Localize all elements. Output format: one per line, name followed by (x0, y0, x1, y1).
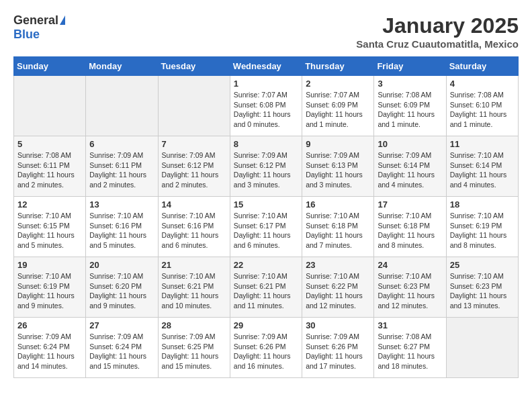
day-info: Sunrise: 7:08 AM Sunset: 6:27 PM Dayligh… (378, 332, 442, 371)
calendar-week-row: 5Sunrise: 7:08 AM Sunset: 6:11 PM Daylig… (14, 136, 519, 197)
day-number: 18 (450, 199, 515, 210)
calendar-cell: 20Sunrise: 7:10 AM Sunset: 6:20 PM Dayli… (86, 257, 158, 318)
day-number: 13 (89, 199, 154, 210)
weekday-header-saturday: Saturday (446, 57, 518, 76)
day-number: 16 (306, 199, 370, 210)
day-info: Sunrise: 7:10 AM Sunset: 6:19 PM Dayligh… (17, 271, 82, 311)
day-info: Sunrise: 7:09 AM Sunset: 6:26 PM Dayligh… (234, 332, 298, 371)
day-info: Sunrise: 7:10 AM Sunset: 6:23 PM Dayligh… (378, 271, 442, 311)
calendar-week-row: 19Sunrise: 7:10 AM Sunset: 6:19 PM Dayli… (14, 257, 519, 318)
day-number: 27 (89, 320, 154, 330)
day-number: 8 (234, 139, 298, 149)
logo: General Blue (13, 13, 65, 42)
calendar-subtitle: Santa Cruz Cuautomatitla, Mexico (356, 38, 519, 50)
day-number: 19 (17, 260, 82, 270)
day-number: 17 (378, 199, 442, 210)
day-number: 28 (162, 320, 226, 330)
calendar-cell: 21Sunrise: 7:10 AM Sunset: 6:21 PM Dayli… (158, 257, 230, 318)
day-info: Sunrise: 7:10 AM Sunset: 6:15 PM Dayligh… (17, 211, 82, 250)
calendar-week-row: 1Sunrise: 7:07 AM Sunset: 6:08 PM Daylig… (14, 76, 519, 136)
day-info: Sunrise: 7:10 AM Sunset: 6:23 PM Dayligh… (450, 271, 515, 311)
day-number: 23 (306, 260, 370, 270)
day-number: 26 (17, 320, 82, 330)
day-number: 11 (450, 139, 515, 149)
day-info: Sunrise: 7:10 AM Sunset: 6:21 PM Dayligh… (234, 271, 298, 311)
calendar-cell: 13Sunrise: 7:10 AM Sunset: 6:16 PM Dayli… (86, 197, 158, 257)
calendar-cell: 30Sunrise: 7:09 AM Sunset: 6:26 PM Dayli… (302, 318, 374, 378)
day-info: Sunrise: 7:10 AM Sunset: 6:14 PM Dayligh… (450, 150, 515, 190)
calendar-cell: 10Sunrise: 7:09 AM Sunset: 6:14 PM Dayli… (374, 136, 446, 197)
calendar-cell: 12Sunrise: 7:10 AM Sunset: 6:15 PM Dayli… (14, 197, 86, 257)
calendar-cell (158, 76, 230, 136)
calendar-cell: 22Sunrise: 7:10 AM Sunset: 6:21 PM Dayli… (230, 257, 302, 318)
day-number: 22 (234, 260, 298, 270)
calendar-cell: 27Sunrise: 7:09 AM Sunset: 6:24 PM Dayli… (86, 318, 158, 378)
day-number: 7 (162, 139, 226, 149)
calendar-cell (14, 76, 86, 136)
day-info: Sunrise: 7:07 AM Sunset: 6:09 PM Dayligh… (306, 90, 370, 130)
day-info: Sunrise: 7:09 AM Sunset: 6:12 PM Dayligh… (234, 150, 298, 190)
day-info: Sunrise: 7:10 AM Sunset: 6:18 PM Dayligh… (306, 211, 370, 250)
day-info: Sunrise: 7:08 AM Sunset: 6:11 PM Dayligh… (17, 150, 82, 190)
logo-general-text: General (13, 13, 58, 28)
day-number: 3 (378, 79, 442, 89)
calendar-cell: 5Sunrise: 7:08 AM Sunset: 6:11 PM Daylig… (14, 136, 86, 197)
day-info: Sunrise: 7:10 AM Sunset: 6:21 PM Dayligh… (162, 271, 226, 311)
logo-triangle-icon (60, 15, 65, 25)
weekday-header-wednesday: Wednesday (230, 57, 302, 76)
day-info: Sunrise: 7:10 AM Sunset: 6:22 PM Dayligh… (306, 271, 370, 311)
day-number: 6 (89, 139, 154, 149)
calendar-cell: 3Sunrise: 7:08 AM Sunset: 6:09 PM Daylig… (374, 76, 446, 136)
day-info: Sunrise: 7:10 AM Sunset: 6:19 PM Dayligh… (450, 211, 515, 250)
day-info: Sunrise: 7:10 AM Sunset: 6:18 PM Dayligh… (378, 211, 442, 250)
calendar-cell: 7Sunrise: 7:09 AM Sunset: 6:12 PM Daylig… (158, 136, 230, 197)
day-info: Sunrise: 7:09 AM Sunset: 6:24 PM Dayligh… (17, 332, 82, 371)
day-info: Sunrise: 7:09 AM Sunset: 6:26 PM Dayligh… (306, 332, 370, 371)
day-info: Sunrise: 7:10 AM Sunset: 6:16 PM Dayligh… (89, 211, 154, 250)
calendar-cell: 18Sunrise: 7:10 AM Sunset: 6:19 PM Dayli… (446, 197, 518, 257)
calendar-cell: 15Sunrise: 7:10 AM Sunset: 6:17 PM Dayli… (230, 197, 302, 257)
day-info: Sunrise: 7:07 AM Sunset: 6:08 PM Dayligh… (234, 90, 298, 130)
calendar-cell: 29Sunrise: 7:09 AM Sunset: 6:26 PM Dayli… (230, 318, 302, 378)
calendar-cell: 4Sunrise: 7:08 AM Sunset: 6:10 PM Daylig… (446, 76, 518, 136)
day-info: Sunrise: 7:09 AM Sunset: 6:25 PM Dayligh… (162, 332, 226, 371)
calendar-cell: 1Sunrise: 7:07 AM Sunset: 6:08 PM Daylig… (230, 76, 302, 136)
weekday-header-friday: Friday (374, 57, 446, 76)
calendar-cell: 17Sunrise: 7:10 AM Sunset: 6:18 PM Dayli… (374, 197, 446, 257)
calendar-cell: 28Sunrise: 7:09 AM Sunset: 6:25 PM Dayli… (158, 318, 230, 378)
weekday-header-monday: Monday (86, 57, 158, 76)
calendar-cell: 8Sunrise: 7:09 AM Sunset: 6:12 PM Daylig… (230, 136, 302, 197)
weekday-header-row: SundayMondayTuesdayWednesdayThursdayFrid… (14, 57, 519, 76)
day-number: 2 (306, 79, 370, 89)
calendar-cell: 23Sunrise: 7:10 AM Sunset: 6:22 PM Dayli… (302, 257, 374, 318)
day-number: 9 (306, 139, 370, 149)
calendar-cell: 31Sunrise: 7:08 AM Sunset: 6:27 PM Dayli… (374, 318, 446, 378)
calendar-cell (86, 76, 158, 136)
calendar-cell: 19Sunrise: 7:10 AM Sunset: 6:19 PM Dayli… (14, 257, 86, 318)
logo-blue-text: Blue (13, 28, 40, 42)
weekday-header-tuesday: Tuesday (158, 57, 230, 76)
calendar-cell: 25Sunrise: 7:10 AM Sunset: 6:23 PM Dayli… (446, 257, 518, 318)
weekday-header-thursday: Thursday (302, 57, 374, 76)
day-info: Sunrise: 7:10 AM Sunset: 6:20 PM Dayligh… (89, 271, 154, 311)
day-info: Sunrise: 7:08 AM Sunset: 6:09 PM Dayligh… (378, 90, 442, 130)
day-number: 31 (378, 320, 442, 330)
calendar-week-row: 26Sunrise: 7:09 AM Sunset: 6:24 PM Dayli… (14, 318, 519, 378)
calendar-title: January 2025 (356, 13, 519, 38)
day-number: 29 (234, 320, 298, 330)
day-number: 5 (17, 139, 82, 149)
day-number: 24 (378, 260, 442, 270)
title-block: January 2025 Santa Cruz Cuautomatitla, M… (356, 13, 519, 50)
day-info: Sunrise: 7:10 AM Sunset: 6:16 PM Dayligh… (162, 211, 226, 250)
day-info: Sunrise: 7:09 AM Sunset: 6:13 PM Dayligh… (306, 150, 370, 190)
calendar-cell: 14Sunrise: 7:10 AM Sunset: 6:16 PM Dayli… (158, 197, 230, 257)
day-number: 30 (306, 320, 370, 330)
calendar-cell: 24Sunrise: 7:10 AM Sunset: 6:23 PM Dayli… (374, 257, 446, 318)
day-number: 10 (378, 139, 442, 149)
calendar-cell: 16Sunrise: 7:10 AM Sunset: 6:18 PM Dayli… (302, 197, 374, 257)
day-number: 12 (17, 199, 82, 210)
day-info: Sunrise: 7:09 AM Sunset: 6:11 PM Dayligh… (89, 150, 154, 190)
day-info: Sunrise: 7:09 AM Sunset: 6:12 PM Dayligh… (162, 150, 226, 190)
calendar-cell: 11Sunrise: 7:10 AM Sunset: 6:14 PM Dayli… (446, 136, 518, 197)
day-info: Sunrise: 7:08 AM Sunset: 6:10 PM Dayligh… (450, 90, 515, 130)
